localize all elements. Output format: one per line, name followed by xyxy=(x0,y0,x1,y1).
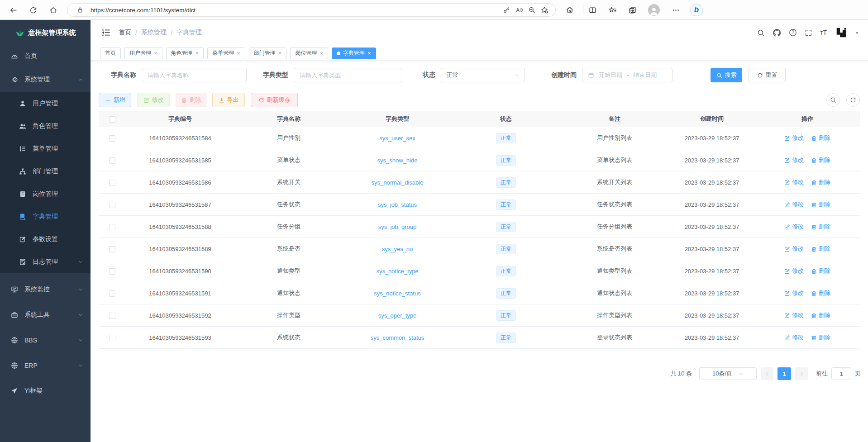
browser-refresh-button[interactable] xyxy=(25,2,41,18)
row-edit-link[interactable]: 修改 xyxy=(784,245,804,253)
help-icon[interactable]: ? xyxy=(789,29,797,37)
sidebar-item-system-management[interactable]: 系统管理 xyxy=(0,67,91,92)
dict-type-link[interactable]: sys_job_group xyxy=(378,223,417,230)
toggle-search-button[interactable] xyxy=(826,93,840,107)
dict-type-link[interactable]: sys_oper_type xyxy=(378,312,417,319)
tab-部门管理[interactable]: 部门管理× xyxy=(249,48,287,59)
sidebar-item-erp[interactable]: ERP xyxy=(0,353,91,378)
row-edit-link[interactable]: 修改 xyxy=(784,289,804,297)
sidebar-item-system-monitor[interactable]: 系统监控 xyxy=(0,277,91,302)
current-page-button[interactable]: 1 xyxy=(777,367,791,380)
dict-type-link[interactable]: sys_common_status xyxy=(371,334,424,341)
sidebar-item-home[interactable]: 首页 xyxy=(0,45,91,67)
row-delete-link[interactable]: 删除 xyxy=(811,156,830,164)
app-logo[interactable]: 意框架管理系统 xyxy=(0,20,91,45)
tab-岗位管理[interactable]: 岗位管理× xyxy=(290,48,328,59)
row-delete-link[interactable]: 删除 xyxy=(811,200,830,209)
tab-用户管理[interactable]: 用户管理× xyxy=(124,48,162,59)
dict-type-link[interactable]: sys_notice_type xyxy=(376,268,418,275)
row-delete-link[interactable]: 删除 xyxy=(811,289,830,297)
row-edit-link[interactable]: 修改 xyxy=(784,156,804,164)
url-text[interactable]: https://ccnetcore.com:1101/system/dict xyxy=(91,7,500,14)
row-checkbox[interactable] xyxy=(109,335,115,341)
row-edit-link[interactable]: 修改 xyxy=(784,178,804,186)
next-page-button[interactable] xyxy=(795,367,808,380)
browser-profile-avatar[interactable] xyxy=(646,2,662,18)
bing-discover-icon[interactable]: b xyxy=(689,2,704,18)
tab-close-icon[interactable]: × xyxy=(154,50,157,56)
delete-button[interactable]: 删除 xyxy=(176,93,206,107)
tab-字典管理[interactable]: 字典管理× xyxy=(332,48,376,59)
breadcrumb-home[interactable]: 首页 xyxy=(119,29,131,37)
tab-close-icon[interactable]: × xyxy=(196,50,199,56)
sidebar-item-system-tools[interactable]: 系统工具 xyxy=(0,302,91,328)
row-checkbox[interactable] xyxy=(109,180,115,186)
row-delete-link[interactable]: 删除 xyxy=(811,178,830,186)
goto-page-input[interactable] xyxy=(831,367,851,380)
row-delete-link[interactable]: 删除 xyxy=(811,267,830,275)
row-checkbox[interactable] xyxy=(109,313,115,319)
zoom-out-icon[interactable] xyxy=(525,4,538,16)
sidebar-item-yi-framework[interactable]: Yi框架 xyxy=(0,378,91,404)
select-all-checkbox[interactable] xyxy=(109,116,115,123)
row-checkbox[interactable] xyxy=(109,202,115,208)
dict-type-link[interactable]: sys_job_status xyxy=(378,201,417,208)
browser-back-button[interactable] xyxy=(5,2,21,18)
address-bar[interactable]: https://ccnetcore.com:1101/system/dict A xyxy=(67,3,556,17)
refresh-table-button[interactable] xyxy=(846,93,860,107)
read-aloud-icon[interactable]: A xyxy=(513,4,525,16)
sidebar-item-user-management[interactable]: 用户管理 xyxy=(0,92,91,115)
row-checkbox[interactable] xyxy=(109,135,115,142)
tab-首页[interactable]: 首页 xyxy=(100,48,121,59)
header-search-icon[interactable] xyxy=(757,29,765,37)
sidebar-fold-icon[interactable] xyxy=(101,28,110,37)
row-checkbox[interactable] xyxy=(109,224,115,230)
row-checkbox[interactable] xyxy=(109,290,115,297)
row-checkbox[interactable] xyxy=(109,246,115,252)
row-checkbox[interactable] xyxy=(109,157,115,164)
tab-close-icon[interactable]: × xyxy=(237,50,240,56)
dict-type-link[interactable]: sys_yes_no xyxy=(382,246,413,252)
date-range-picker[interactable]: 开始日期 - 结束日期 xyxy=(582,68,672,82)
site-info-lock-icon[interactable] xyxy=(74,4,86,16)
search-button[interactable]: 搜索 xyxy=(711,68,742,82)
row-edit-link[interactable]: 修改 xyxy=(784,311,804,319)
row-delete-link[interactable]: 删除 xyxy=(811,245,830,253)
password-key-icon[interactable] xyxy=(500,4,513,16)
font-size-icon[interactable]: TT xyxy=(820,29,827,36)
row-checkbox[interactable] xyxy=(109,268,115,275)
caret-down-icon[interactable]: ▾ xyxy=(856,30,858,35)
dict-name-input[interactable] xyxy=(148,72,241,79)
sidebar-item-post-management[interactable]: 岗位管理 xyxy=(0,183,91,205)
prev-page-button[interactable] xyxy=(761,367,773,380)
row-edit-link[interactable]: 修改 xyxy=(784,267,804,275)
sidebar-item-dept-management[interactable]: 部门管理 xyxy=(0,160,91,183)
sidebar-item-bbs[interactable]: BBS xyxy=(0,328,91,353)
row-delete-link[interactable]: 删除 xyxy=(811,333,830,342)
row-edit-link[interactable]: 修改 xyxy=(784,134,804,142)
row-delete-link[interactable]: 删除 xyxy=(811,223,830,231)
dict-type-link[interactable]: sys_notice_status xyxy=(374,290,420,297)
favorites-bar-icon[interactable] xyxy=(605,2,620,18)
tab-菜单管理[interactable]: 菜单管理× xyxy=(207,48,245,59)
split-screen-icon[interactable] xyxy=(585,2,600,18)
edit-button[interactable]: 修改 xyxy=(137,93,170,107)
sidebar-item-role-management[interactable]: 角色管理 xyxy=(0,115,91,138)
page-size-select[interactable]: 10条/页 xyxy=(699,367,757,380)
tab-角色管理[interactable]: 角色管理× xyxy=(166,48,204,59)
sidebar-item-dict-management[interactable]: 字典管理 xyxy=(0,205,91,228)
export-button[interactable]: 导出 xyxy=(212,93,245,107)
tab-close-icon[interactable]: × xyxy=(278,50,282,56)
dict-type-link[interactable]: sys_user_sex xyxy=(379,135,415,142)
collections-icon[interactable] xyxy=(625,2,640,18)
dict-type-link[interactable]: sys_normal_disable xyxy=(372,179,424,186)
row-edit-link[interactable]: 修改 xyxy=(784,223,804,231)
dict-type-link[interactable]: sys_show_hide xyxy=(377,157,418,164)
user-logo-avatar[interactable] xyxy=(835,26,848,39)
browser-more-menu-icon[interactable] xyxy=(668,2,683,18)
row-edit-link[interactable]: 修改 xyxy=(784,200,804,209)
add-favorite-star-icon[interactable] xyxy=(538,4,551,16)
github-icon[interactable] xyxy=(773,29,781,37)
add-button[interactable]: 新增 xyxy=(99,93,131,107)
dict-type-input[interactable] xyxy=(300,72,396,79)
